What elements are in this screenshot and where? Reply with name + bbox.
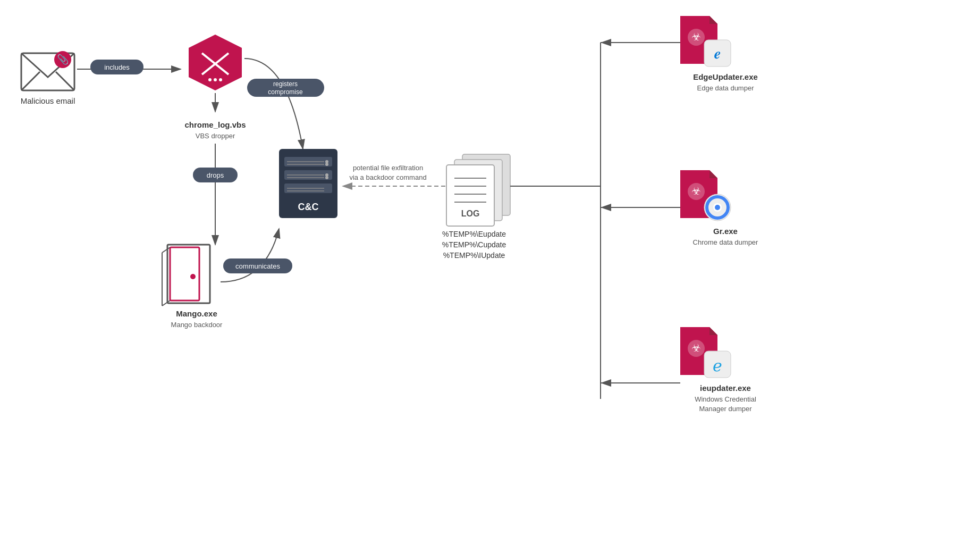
svg-marker-76 [680, 16, 717, 64]
svg-text:VBS dropper: VBS dropper [196, 132, 235, 140]
gr-exe-file: ☣ [680, 170, 717, 218]
ie-icon: ℯ [704, 351, 731, 378]
email-icon: 📎 [21, 51, 74, 90]
svg-text:Gr.exe: Gr.exe [713, 227, 738, 236]
chrome-icon [704, 194, 731, 221]
svg-text:Windows Credential: Windows Credential [695, 395, 756, 403]
svg-text:%TEMP%\Cupdate: %TEMP%\Cupdate [442, 240, 506, 249]
svg-rect-88 [704, 194, 731, 221]
svg-rect-49 [223, 258, 292, 273]
svg-text:%TEMP%\IUpdate: %TEMP%\IUpdate [443, 251, 505, 260]
svg-rect-34 [284, 183, 332, 193]
svg-text:📎: 📎 [57, 54, 69, 65]
svg-point-15 [208, 78, 212, 81]
svg-text:C&C: C&C [298, 202, 319, 212]
svg-point-86 [688, 183, 705, 200]
svg-point-28 [325, 163, 328, 166]
svg-text:𝒆: 𝒆 [714, 45, 721, 62]
svg-rect-59 [446, 165, 494, 226]
edge-updater-file: ☣ [680, 16, 717, 64]
edge-icon: 𝒆 [704, 40, 731, 66]
svg-marker-11 [189, 35, 242, 90]
svg-text:%TEMP%\Eupdate: %TEMP%\Eupdate [442, 230, 506, 238]
svg-point-91 [715, 205, 720, 210]
svg-rect-55 [454, 160, 502, 221]
svg-rect-51 [462, 154, 510, 215]
ieupdater-file: ☣ [680, 327, 717, 375]
svg-text:communicates: communicates [235, 262, 280, 270]
svg-text:registers: registers [273, 80, 298, 88]
vbs-dropper-icon [189, 35, 242, 90]
email-label: Malicious email [21, 96, 75, 105]
svg-rect-20 [247, 79, 324, 97]
svg-text:drops: drops [207, 171, 224, 179]
svg-rect-23 [279, 149, 337, 218]
svg-text:Edge data dumper: Edge data dumper [697, 84, 755, 92]
svg-text:LOG: LOG [461, 209, 480, 218]
svg-rect-39 [193, 168, 238, 182]
svg-text:includes: includes [104, 63, 130, 71]
svg-point-90 [713, 203, 722, 212]
svg-line-4 [21, 72, 40, 90]
cnc-server: C&C [279, 149, 337, 218]
svg-text:via a backdoor command: via a backdoor command [349, 173, 426, 181]
svg-text:ℯ: ℯ [713, 357, 722, 374]
svg-text:☣: ☣ [691, 342, 701, 354]
svg-rect-9 [90, 60, 143, 74]
svg-point-96 [688, 340, 705, 357]
svg-point-16 [219, 78, 222, 81]
svg-line-12 [202, 53, 229, 74]
svg-rect-98 [704, 351, 731, 378]
svg-point-14 [214, 78, 217, 81]
svg-point-27 [325, 160, 328, 163]
svg-marker-94 [680, 327, 717, 375]
svg-text:ieupdater.exe: ieupdater.exe [700, 383, 751, 393]
svg-line-44 [162, 247, 170, 253]
svg-rect-80 [704, 40, 731, 66]
svg-point-78 [688, 29, 705, 46]
svg-line-13 [202, 53, 229, 74]
svg-point-32 [325, 173, 328, 177]
mango-backdoor-icon [162, 245, 210, 306]
svg-marker-84 [680, 170, 717, 218]
svg-point-33 [325, 176, 328, 179]
svg-rect-24 [284, 157, 332, 166]
svg-rect-42 [170, 247, 199, 301]
svg-text:Chrome data dumper: Chrome data dumper [693, 238, 759, 246]
svg-rect-3 [21, 53, 74, 90]
svg-text:Mango.exe: Mango.exe [176, 309, 217, 318]
svg-text:EdgeUpdater.exe: EdgeUpdater.exe [693, 72, 758, 81]
svg-point-89 [707, 197, 728, 218]
svg-point-43 [190, 274, 196, 279]
svg-text:compromise: compromise [268, 88, 303, 96]
svg-text:☣: ☣ [691, 31, 701, 43]
svg-rect-41 [167, 245, 210, 303]
svg-marker-85 [709, 170, 717, 178]
svg-line-5 [56, 72, 74, 90]
svg-line-45 [162, 301, 170, 306]
svg-marker-95 [709, 327, 717, 335]
svg-point-6 [54, 51, 71, 68]
svg-rect-29 [284, 170, 332, 180]
svg-text:☣: ☣ [691, 185, 701, 197]
svg-text:potential file exfiltration: potential file exfiltration [353, 164, 423, 172]
svg-text:chrome_log.vbs: chrome_log.vbs [184, 120, 246, 129]
log-files: LOG [446, 154, 510, 226]
svg-marker-77 [709, 16, 717, 24]
svg-text:Mango backdoor: Mango backdoor [171, 321, 223, 329]
svg-text:Manager dumper: Manager dumper [699, 405, 753, 413]
